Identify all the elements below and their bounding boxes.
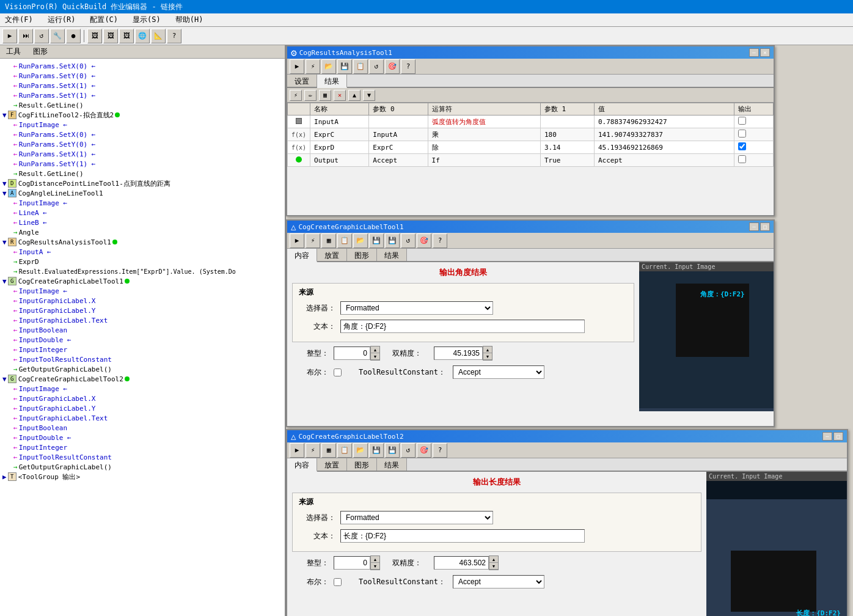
ra-copy-btn[interactable]: 📋 <box>353 59 368 74</box>
tb-step[interactable]: ⏭ <box>18 29 33 43</box>
tb-help[interactable]: ? <box>167 29 181 43</box>
glt1-saveas-btn[interactable]: 💾 <box>385 233 400 248</box>
glt1-refresh-btn[interactable]: ↺ <box>401 233 416 248</box>
minimize-button[interactable]: — <box>749 222 759 231</box>
glt1-int-up-btn[interactable]: ▲ <box>371 346 379 353</box>
ra-table-btn[interactable]: ▦ <box>319 90 331 101</box>
ra-open-btn[interactable]: 📂 <box>321 59 336 74</box>
tb-run[interactable]: ▶ <box>2 29 17 43</box>
menu-run[interactable]: 运行(R) <box>45 14 78 26</box>
tab-placement[interactable]: 放置 <box>317 458 347 471</box>
glt1-text-input[interactable] <box>340 320 585 333</box>
glt1-open-btn[interactable]: 📂 <box>353 233 368 248</box>
tab-placement[interactable]: 放置 <box>317 249 347 261</box>
row-output-checkbox-checked[interactable] <box>738 142 746 150</box>
tab-results[interactable]: 结果 <box>377 249 407 261</box>
ra-target-btn[interactable]: 🎯 <box>385 59 400 74</box>
glt1-double-dn-btn[interactable]: ▼ <box>483 353 492 360</box>
tb-img5[interactable]: 📐 <box>151 29 166 43</box>
left-tab-shapes[interactable]: 图形 <box>28 46 53 57</box>
ra-add-btn[interactable]: ⚡ <box>290 90 302 101</box>
tb-tool2[interactable]: ● <box>66 29 81 43</box>
tab-content[interactable]: 内容 <box>287 249 317 262</box>
ra-down-btn[interactable]: ▼ <box>363 90 375 101</box>
glt1-view-btn[interactable]: ▦ <box>321 233 336 248</box>
glt2-double-dn-btn[interactable]: ▼ <box>489 563 498 570</box>
glt2-int-dn-btn[interactable]: ▼ <box>371 563 379 570</box>
glt2-int-up-btn[interactable]: ▲ <box>371 556 379 563</box>
ra-up-btn[interactable]: ▲ <box>348 90 361 101</box>
glt2-selector-dropdown[interactable]: Formatted <box>340 511 493 524</box>
glt2-refresh-btn[interactable]: ↺ <box>401 443 416 458</box>
list-item: ← RunParams.SetY(0) ← <box>1 71 284 81</box>
menu-file[interactable]: 文件(F) <box>2 14 35 26</box>
tab-settings[interactable]: 设置 <box>287 75 317 87</box>
ra-save-btn[interactable]: 💾 <box>337 59 352 74</box>
ra-delete-btn[interactable]: ✕ <box>334 90 346 101</box>
left-tab-tools[interactable]: 工具 <box>1 46 26 57</box>
ra-refresh-btn[interactable]: ↺ <box>369 59 384 74</box>
row-param0-cell <box>369 116 428 128</box>
tb-img2[interactable]: 🖼 <box>103 29 118 43</box>
glt2-bool-checkbox[interactable] <box>334 578 342 586</box>
glt1-run-btn[interactable]: ▶ <box>290 233 304 248</box>
glt2-save-btn[interactable]: 💾 <box>369 443 384 458</box>
glt2-copy-btn[interactable]: 📋 <box>337 443 352 458</box>
glt1-help-btn[interactable]: ? <box>433 233 447 248</box>
ra-lightning-btn[interactable]: ⚡ <box>306 59 320 74</box>
glt2-saveas-btn[interactable]: 💾 <box>385 443 400 458</box>
glt2-open-btn[interactable]: 📂 <box>353 443 368 458</box>
tab-results[interactable]: 结果 <box>317 75 347 88</box>
glt1-bool-checkbox[interactable] <box>334 369 342 376</box>
ra-run-btn[interactable]: ▶ <box>290 59 304 74</box>
minimize-button[interactable]: — <box>749 48 759 57</box>
row-output-checkbox[interactable] <box>738 117 746 125</box>
results-analysis-title-bar: ⚙ CogResultsAnalysisTool1 — ✕ <box>287 46 774 59</box>
glt2-toolbar: ▶ ⚡ ▦ 📋 📂 💾 💾 ↺ 🎯 ? <box>287 442 847 458</box>
glt1-double-field[interactable] <box>434 346 483 360</box>
menu-config[interactable]: 配置(C) <box>87 14 120 26</box>
tab-results[interactable]: 结果 <box>377 458 407 471</box>
ra-help-btn[interactable]: ? <box>401 59 416 74</box>
glt1-int-field[interactable] <box>334 346 370 360</box>
ra-edit-btn[interactable]: ✏ <box>304 90 317 101</box>
close-button[interactable]: ✕ <box>760 48 770 57</box>
tab-content[interactable]: 内容 <box>287 458 317 472</box>
tab-graphics[interactable]: 图形 <box>347 458 377 471</box>
glt2-double-field[interactable] <box>434 556 489 570</box>
glt1-target-btn[interactable]: 🎯 <box>417 233 431 248</box>
glt1-save-btn[interactable]: 💾 <box>369 233 384 248</box>
glt1-lightning-btn[interactable]: ⚡ <box>306 233 320 248</box>
glt1-copy-btn[interactable]: 📋 <box>337 233 352 248</box>
tb-img4[interactable]: 🌐 <box>135 29 150 43</box>
glt2-help-btn[interactable]: ? <box>433 443 447 458</box>
menu-display[interactable]: 显示(S) <box>130 14 163 26</box>
glt1-selector-dropdown[interactable]: Formatted <box>340 301 493 315</box>
row-output-checkbox[interactable] <box>738 155 746 163</box>
tb-refresh[interactable]: ↺ <box>34 29 49 43</box>
glt2-tool-result-dropdown[interactable]: Accept <box>453 575 544 588</box>
row-output-checkbox[interactable] <box>738 130 746 138</box>
tb-tool1[interactable]: 🔧 <box>50 29 65 43</box>
glt2-lightning-btn[interactable]: ⚡ <box>306 443 320 458</box>
glt2-view-btn[interactable]: ▦ <box>321 443 336 458</box>
tb-img1[interactable]: 🖼 <box>87 29 102 43</box>
glt2-int-field[interactable] <box>334 556 370 570</box>
menu-help[interactable]: 帮助(H) <box>173 14 206 26</box>
tab-graphics[interactable]: 图形 <box>347 249 377 261</box>
glt2-run-btn[interactable]: ▶ <box>290 443 304 458</box>
minimize-button[interactable]: — <box>822 432 832 441</box>
glt2-target-btn[interactable]: 🎯 <box>417 443 431 458</box>
glt2-double-up-btn[interactable]: ▲ <box>489 556 498 563</box>
glt1-double-label: 双精度： <box>392 348 422 359</box>
maximize-button[interactable]: □ <box>833 432 843 441</box>
tb-img3[interactable]: 🖼 <box>119 29 134 43</box>
glt1-double-up-btn[interactable]: ▲ <box>483 346 492 353</box>
maximize-button[interactable]: □ <box>760 222 770 231</box>
glt1-int-dn-btn[interactable]: ▼ <box>371 353 379 360</box>
glt1-bool-row: 布尔： ToolResultConstant： Accept <box>292 365 634 379</box>
glt2-text-input[interactable] <box>340 529 585 543</box>
glt1-tool-result-dropdown[interactable]: Accept <box>453 365 544 379</box>
node-expand-icon: ▼ <box>2 111 7 119</box>
node-expand-icon: ▼ <box>2 189 7 197</box>
